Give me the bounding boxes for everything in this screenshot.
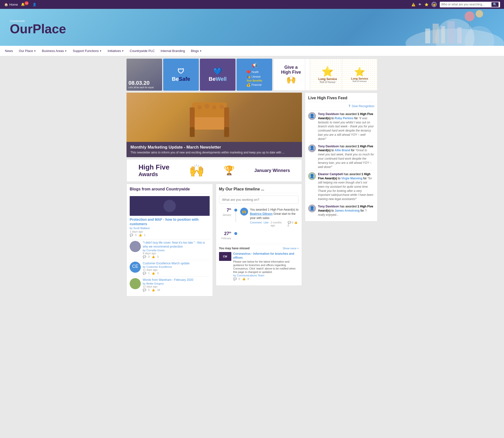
nav-businessareas[interactable]: Business Areas ▼ <box>39 46 70 56</box>
blog-item-2-author: by Bettie Gregory <box>143 282 210 285</box>
supportfunctions-arrow: ▼ <box>99 50 102 52</box>
blog-item-0-time: 8 days ago <box>143 252 210 255</box>
hf-for-label-1: for <box>351 149 355 152</box>
blog-item-1[interactable]: CE Customer Excellence March update by C… <box>130 260 210 277</box>
timeline-input[interactable] <box>219 196 299 204</box>
nav-supportfunctions[interactable]: Support Functions ▼ <box>70 46 105 56</box>
nav-blogs[interactable]: Blogs ▼ <box>188 46 205 56</box>
featured-blog-comment-icon: 💬 <box>130 234 133 237</box>
blog-item-0-author: by Cornelia Green <box>143 249 210 252</box>
nav-internalbranding[interactable]: Internal Branding <box>158 46 188 56</box>
search-input[interactable] <box>441 3 490 6</box>
missed-header: You may have missed Show more × <box>219 247 299 250</box>
highfive-awards-banner[interactable]: High Five Awards 🙌 🏆 January Winners <box>126 159 302 182</box>
bewell-logo: 💙 BeWell <box>209 67 227 82</box>
blog-item-0[interactable]: "I didn't buy life cover. Now it's too l… <box>130 239 210 260</box>
blog-item-1-author: by Customer Excellence <box>143 265 210 268</box>
eye-icon[interactable]: 👁 <box>418 3 422 6</box>
timeline-connector-0 <box>234 208 237 227</box>
site-title: OurPlace <box>10 22 66 35</box>
timeline-connector-feb <box>234 231 237 240</box>
benefits-row-financial: 💰Financial <box>246 83 262 87</box>
right-longservice-tile[interactable]: ⭐ Long Service Roll of Honour <box>342 59 378 91</box>
hf-recipient-2: Virgie Manning <box>341 177 362 180</box>
give-recognition-label: Give Recognition <box>352 104 374 108</box>
date-subtitle: Let's all be each for equal <box>128 86 160 89</box>
timeline-container: My Our Place timeline ... 7th January <box>216 184 302 286</box>
give-recognition-button[interactable]: 🎖 Give Recognition <box>308 104 374 108</box>
hf-feed-text-3: Tony Davidson has awarded 1 High Five Aw… <box>318 204 374 217</box>
notification-bell[interactable]: 🔔 11 <box>21 2 30 7</box>
nav-initiatives[interactable]: Initiatives ▼ <box>105 46 127 56</box>
hf-to-label-1: to <box>331 149 334 152</box>
top-navigation: 🏠 Home 🔔 11 👤 ⚠️ 👁 ⭐ 👩 🔍 <box>0 0 504 9</box>
ourplace-arrow: ▼ <box>34 50 36 52</box>
missed-item-0-author: by Communications Team <box>233 274 299 277</box>
besafe-label: BeSafe <box>172 76 190 82</box>
benefits-row-lifestyle: 🎭Lifestyle <box>246 75 262 79</box>
featured-blog-title: Protection and MAF - how to position wit… <box>130 217 210 226</box>
hf-to-label-3: to <box>331 209 334 212</box>
show-more-button[interactable]: Show more × <box>283 247 299 250</box>
home-label: Home <box>9 3 18 6</box>
nav-countrywideplc[interactable]: Countrywide PLC <box>127 46 158 56</box>
nav-news[interactable]: News <box>2 46 16 56</box>
besafe-tile[interactable]: 🛡 BeSafe <box>163 59 199 91</box>
svg-point-15 <box>198 105 202 109</box>
hf-awarder-0: Tony Davidson <box>318 112 339 116</box>
timeline-stats-0: 💬 0 👍 0 <box>288 221 299 227</box>
svg-rect-13 <box>224 127 229 137</box>
notification-count: 11 <box>25 1 29 5</box>
user-avatar-icon[interactable]: 👤 <box>32 3 36 6</box>
hf-feed-text-2: Eleanor Campbell has awarded 1 High Five… <box>318 172 374 201</box>
search-button[interactable]: 🔍 <box>491 2 499 7</box>
right-longservice-title: Long Service <box>351 77 368 80</box>
profile-avatar[interactable]: 👩 <box>431 2 437 7</box>
hf-to-label-2: to <box>338 177 341 180</box>
star-icon[interactable]: ⭐ <box>425 3 428 6</box>
missed-item-0[interactable]: CW Coronavirus - Information for branche… <box>219 252 299 280</box>
blog-item-2-content: Words from Wareham - February 2020 by Be… <box>143 278 210 292</box>
missed-comment-icon: 💬 <box>233 277 237 281</box>
blog-item-2[interactable]: Words from Wareham - February 2020 by Be… <box>130 276 210 293</box>
featured-blog[interactable]: Protection and MAF - how to position wit… <box>130 196 210 237</box>
timeline-time-0: 2 months ago <box>270 221 285 227</box>
blog-item-1-image: CE <box>130 262 141 273</box>
svg-text:CE: CE <box>132 264 138 269</box>
svg-point-18 <box>220 105 224 109</box>
timeline-title: My Our Place timeline ... <box>219 187 299 193</box>
timeline-day-suffix-0: th <box>229 208 231 210</box>
shield-icon: 🛡 <box>172 67 190 75</box>
longservice-tile[interactable]: ⭐ Long Service Roll of Honour <box>310 59 346 91</box>
health-icon: ❤️ <box>246 70 251 74</box>
hf-feed-item-1: 👤 Tony Davidson has awarded 1 High Five … <box>308 143 374 171</box>
timeline-text-0: You awarded 1 High Five Award(s) to Beat… <box>250 208 299 227</box>
right-column: Give aHigh Five 🙌 ⭐ Long Service Roll of… <box>305 59 378 296</box>
nav-ourplace[interactable]: Our Place ▼ <box>16 46 39 56</box>
svg-rect-14 <box>195 117 224 130</box>
bewell-tile[interactable]: 💙 BeWell <box>200 59 236 91</box>
date-tile[interactable]: 08.03.20 Let's all be each for equal <box>126 59 162 91</box>
like-action-0[interactable]: Like <box>264 221 268 227</box>
featured-post[interactable]: 💬 0 👍 1 <box>126 93 302 157</box>
highfive-hand-icon: 🙌 <box>286 75 296 84</box>
businessareas-arrow: ▼ <box>65 50 67 52</box>
top-nav-right: ⚠️ 👁 ⭐ 👩 🔍 <box>411 2 500 7</box>
alert-icon[interactable]: ⚠️ <box>411 3 415 6</box>
missed-item-0-image: CW <box>219 252 231 261</box>
svg-rect-5 <box>457 27 462 43</box>
featured-post-title: Monthly Marketing Update - March Newslet… <box>130 145 298 150</box>
comment-action-0[interactable]: Comment <box>250 221 262 227</box>
b2-comment-icon: 💬 <box>143 288 146 292</box>
home-link[interactable]: 🏠 Home <box>4 2 18 7</box>
hf-to-label-0: to <box>331 117 334 120</box>
timeline-day-feb: 27th <box>224 231 231 236</box>
timeline-day-suffix-feb: th <box>229 231 231 234</box>
missed-like-icon: 👍 <box>242 277 246 281</box>
timeline-date-feb: 27th February <box>219 231 231 240</box>
highfive-tile[interactable]: Give aHigh Five 🙌 <box>273 59 309 91</box>
right-longservice-inner: ⭐ Long Service Roll of Honour <box>351 67 368 83</box>
featured-blog-image <box>130 196 210 216</box>
timeline-link-0[interactable]: Beatrice Gibson <box>250 212 273 216</box>
benefits-tile[interactable]: 📢 ❤️Health 🎭Lifestyle Your Benefits 💰Fin… <box>236 59 272 91</box>
